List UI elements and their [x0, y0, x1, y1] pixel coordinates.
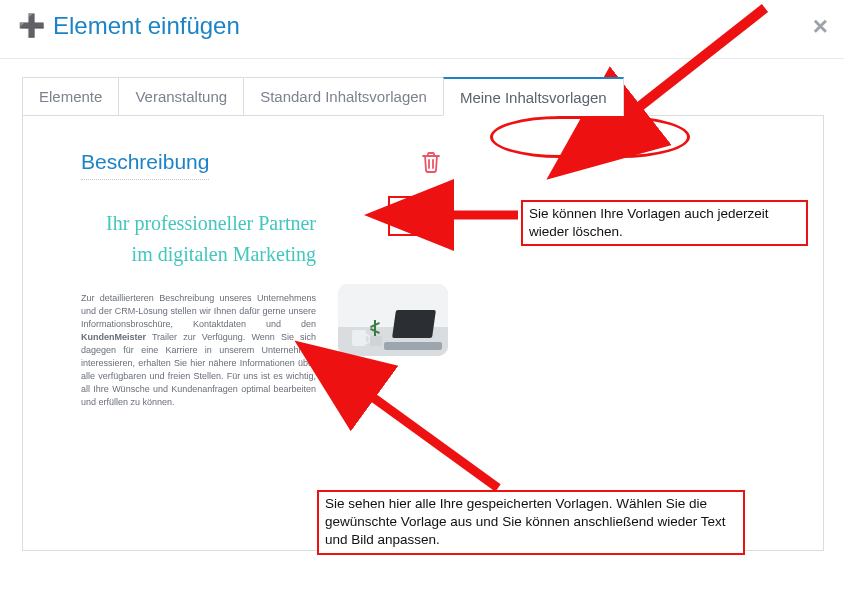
tab-veranstaltung[interactable]: Veranstaltung [118, 77, 244, 115]
template-image-thumbnail [338, 284, 448, 356]
insert-element-dialog: ➕ Element einfügen × Elemente Veranstalt… [0, 0, 844, 603]
dialog-title: ➕ Element einfügen [18, 12, 240, 40]
trash-icon [421, 151, 441, 173]
delete-template-button[interactable] [413, 144, 449, 180]
tab-meine-inhaltsvorlagen[interactable]: Meine Inhaltsvorlagen [443, 77, 624, 116]
template-subheadline: Ihr professioneller Partner im digitalen… [81, 208, 316, 270]
template-text-column: Ihr professioneller Partner im digitalen… [81, 208, 316, 409]
dialog-title-text: Element einfügen [53, 12, 240, 40]
dialog-header: ➕ Element einfügen × [0, 0, 844, 59]
close-button[interactable]: × [813, 13, 828, 39]
tab-elemente[interactable]: Elemente [22, 77, 119, 115]
template-title[interactable]: Beschreibung [81, 150, 209, 180]
tab-panel-meine-inhaltsvorlagen: Beschreibung Ihr professioneller Partner… [22, 116, 824, 551]
template-body-text: Zur detaillierteren Beschreibung unseres… [81, 292, 316, 409]
annotation-templates-hint: Sie sehen hier alle Ihre gespeicherten V… [317, 490, 745, 555]
annotation-delete-hint: Sie können Ihre Vorlagen auch jederzeit … [521, 200, 808, 246]
tab-standard-inhaltsvorlagen[interactable]: Standard Inhaltsvorlagen [243, 77, 444, 115]
plus-icon: ➕ [18, 15, 45, 37]
tab-bar: Elemente Veranstaltung Standard Inhaltsv… [22, 77, 824, 116]
